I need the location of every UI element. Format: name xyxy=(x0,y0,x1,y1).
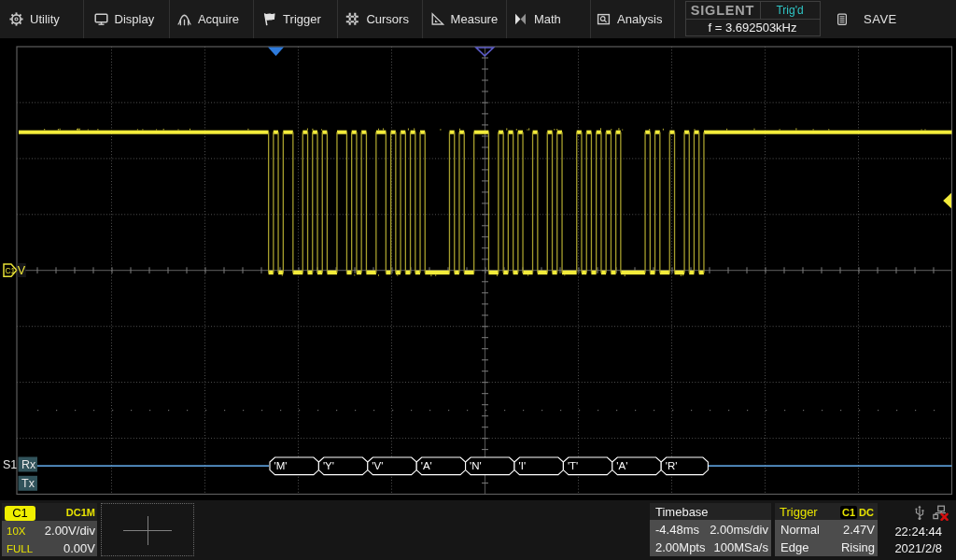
svg-text:'M': 'M' xyxy=(274,460,288,471)
svg-text:'R': 'R' xyxy=(666,460,678,471)
svg-text:Rx: Rx xyxy=(21,458,36,471)
svg-text:'I': 'I' xyxy=(519,460,527,471)
svg-text:'V': 'V' xyxy=(372,460,383,471)
svg-text:C1: C1 xyxy=(5,266,15,275)
svg-text:'N': 'N' xyxy=(470,460,482,471)
svg-text:S1: S1 xyxy=(3,458,17,471)
svg-text:Tx: Tx xyxy=(21,477,35,490)
svg-text:'T': 'T' xyxy=(568,460,578,471)
svg-text:V: V xyxy=(18,264,26,277)
svg-text:'A': 'A' xyxy=(421,460,432,471)
svg-text:'Y': 'Y' xyxy=(323,460,334,471)
svg-text:'A': 'A' xyxy=(616,460,627,471)
